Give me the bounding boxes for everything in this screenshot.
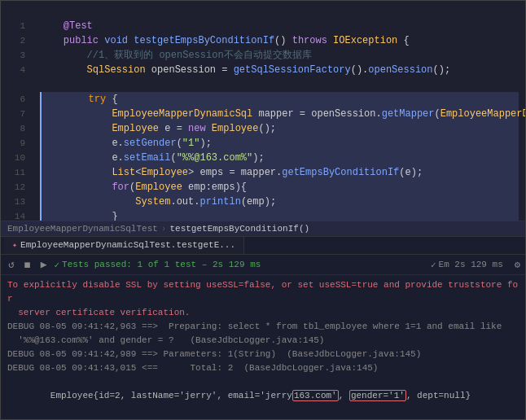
method-getemps: getEmpsByConditionIf bbox=[282, 165, 399, 180]
time-check-icon: ✓ bbox=[431, 260, 436, 270]
kw-new: new bbox=[188, 121, 206, 136]
employee1-after: , dept=null} bbox=[406, 391, 471, 400]
method-getmapper: getMapper bbox=[382, 107, 435, 121]
code-text: } bbox=[42, 209, 118, 221]
code-text bbox=[42, 195, 135, 209]
code-text bbox=[40, 33, 64, 48]
method-println: println bbox=[199, 195, 240, 209]
console-tab-bar: ✦ EmployeeMapperDynamicSqlTest.testgetE.… bbox=[1, 237, 525, 255]
ln-3: 3 bbox=[7, 48, 30, 63]
code-line-2: public void testgetEmpsByConditionIf () … bbox=[40, 33, 519, 48]
ln-12: 12 bbox=[7, 180, 30, 195]
code-editor: 1 2 3 4 6 7 8 9 10 11 12 13 14 16 17 18 … bbox=[1, 1, 525, 221]
code-line-1: @Test bbox=[40, 19, 519, 33]
code-text: < bbox=[135, 165, 141, 180]
line-numbers: 1 2 3 4 6 7 8 9 10 11 12 13 14 16 17 18 … bbox=[7, 1, 33, 221]
kw-for: for bbox=[112, 180, 129, 195]
arrow-icon[interactable]: ▶ bbox=[38, 257, 50, 272]
kw-throws: throws bbox=[292, 33, 327, 48]
code-text: openSession = bbox=[146, 63, 234, 77]
code-line-blank bbox=[40, 4, 519, 19]
console-debug-params: DEBUG 08-05 09:41:42,989 ==> Parameters:… bbox=[7, 348, 519, 361]
code-text: () bbox=[274, 33, 292, 48]
kw-try: try bbox=[89, 92, 107, 107]
restart-icon[interactable]: ↺ bbox=[6, 257, 17, 272]
code-text: ( bbox=[170, 151, 176, 165]
employee1-highlight1: 163.com' bbox=[292, 390, 339, 401]
ln-10: 10 bbox=[7, 151, 30, 165]
type-employee4: Employee bbox=[135, 180, 182, 195]
code-text: ( bbox=[177, 136, 182, 151]
breadcrumb-method[interactable]: testgetEmpsByConditionIf() bbox=[169, 224, 309, 234]
stop-icon[interactable]: ◼ bbox=[22, 257, 33, 272]
type-system: System bbox=[135, 195, 170, 209]
tab-icon: ✦ bbox=[12, 240, 17, 250]
console-debug-total: DEBUG 08-05 09:41:43,015 <== Total: 2 (B… bbox=[7, 361, 519, 375]
console-output[interactable]: To explicitly disable SSL by setting use… bbox=[1, 275, 525, 419]
code-line-12: for ( Employee emp:emps){ bbox=[40, 180, 519, 195]
ln-13: 13 bbox=[7, 195, 30, 209]
code-line-10: e. setEmail ( "%%@163.com%" ); bbox=[40, 151, 519, 165]
method-get: getSqlSessionFactory bbox=[234, 63, 351, 77]
kw-void: void bbox=[104, 33, 128, 48]
code-text: { bbox=[397, 33, 409, 48]
code-text bbox=[99, 33, 104, 48]
check-icon: ✓ bbox=[54, 260, 59, 270]
code-line-6: try { bbox=[40, 92, 519, 107]
ln-2: 2 bbox=[7, 33, 30, 48]
code-text: (emp); bbox=[241, 195, 276, 209]
code-line-11: List < Employee > emps = mapper. getEmps… bbox=[40, 165, 519, 180]
code-text bbox=[42, 121, 112, 136]
code-text bbox=[42, 180, 112, 195]
type-employee: Employee bbox=[112, 121, 159, 136]
employee1-before: Employee{id=2, lastName='jerry', email='… bbox=[50, 391, 292, 400]
code-line-14: } bbox=[40, 209, 519, 221]
type-list: List bbox=[112, 165, 135, 180]
ln-9: 9 bbox=[7, 136, 30, 151]
code-line-13: System .out. println (emp); bbox=[40, 195, 519, 209]
console-debug-preparing: DEBUG 08-05 09:41:42,963 ==> Preparing: … bbox=[7, 320, 519, 348]
breadcrumb-class[interactable]: EmployeeMapperDynamicSqlTest bbox=[7, 224, 158, 234]
code-text: ( bbox=[129, 180, 135, 195]
comment-text: //1、获取到的 openSession不会自动提交数据库 bbox=[40, 48, 312, 63]
editor-gutter bbox=[1, 1, 7, 221]
code-text: (); bbox=[258, 121, 276, 136]
main-window: 1 2 3 4 6 7 8 9 10 11 12 13 14 16 17 18 … bbox=[0, 0, 526, 420]
code-lines: @Test public void testgetEmpsByCondition… bbox=[33, 1, 525, 221]
settings-icon[interactable]: ⚙ bbox=[515, 259, 520, 271]
console-employee-2: Employee{id=3, lastName='nike', email='n… bbox=[7, 417, 519, 419]
ln-8: 8 bbox=[7, 121, 30, 136]
str-1: "1" bbox=[182, 136, 200, 151]
time-text: Em 2s 129 ms bbox=[439, 260, 503, 269]
str-email: "%%@163.com%" bbox=[177, 151, 253, 165]
kw-public: public bbox=[64, 33, 99, 48]
code-line-4: SqlSession openSession = getSqlSessionFa… bbox=[40, 63, 519, 77]
method-setemail: setEmail bbox=[124, 151, 171, 165]
ln-14: 14 bbox=[7, 209, 30, 221]
type-employee3: Employee bbox=[141, 165, 188, 180]
type-name: IOException bbox=[333, 33, 397, 48]
code-text: > emps = mapper. bbox=[188, 165, 282, 180]
code-text bbox=[42, 107, 112, 121]
type-mapper: EmployeeMapperDynamicSql bbox=[112, 107, 252, 121]
code-text bbox=[42, 165, 112, 180]
code-text: emp:emps){ bbox=[182, 180, 247, 195]
pass-badge: ✓ Tests passed: 1 of 1 test – 2s 129 ms bbox=[54, 260, 261, 270]
pass-text: Tests passed: 1 of 1 test – 2s 129 ms bbox=[62, 260, 261, 269]
console-area: ↺ ◼ ▶ ✓ Tests passed: 1 of 1 test – 2s 1… bbox=[1, 255, 525, 419]
code-text bbox=[327, 33, 333, 48]
code-text: (); bbox=[433, 63, 451, 77]
ln-blank bbox=[7, 4, 30, 19]
code-text bbox=[40, 63, 87, 77]
console-tab[interactable]: ✦ EmployeeMapperDynamicSqlTest.testgetE.… bbox=[4, 237, 244, 254]
console-toolbar: ↺ ◼ ▶ ✓ Tests passed: 1 of 1 test – 2s 1… bbox=[1, 255, 525, 275]
breadcrumb-sep: › bbox=[161, 224, 167, 234]
console-employee-1: Employee{id=2, lastName='jerry', email='… bbox=[7, 375, 519, 417]
console-tab-label: EmployeeMapperDynamicSqlTest.testgetE... bbox=[20, 240, 235, 250]
method-setgender: setGender bbox=[124, 136, 177, 151]
code-line-9: e. setGender ( "1" ); bbox=[40, 136, 519, 151]
code-text: .out. bbox=[170, 195, 199, 209]
ln-4: 4 bbox=[7, 63, 30, 77]
breadcrumb-bar: EmployeeMapperDynamicSqlTest › testgetEm… bbox=[1, 221, 525, 237]
code-text: ( bbox=[435, 107, 441, 121]
